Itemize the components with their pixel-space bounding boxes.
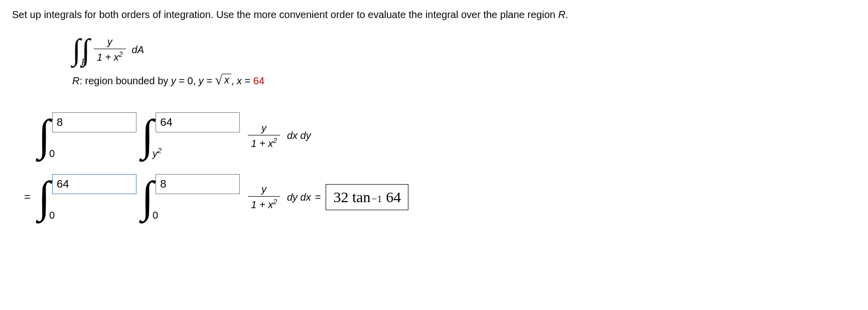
inner-integral-2: ∫ 0 [141,179,154,216]
differentials-2: dy dx [287,192,311,203]
outer-integral-2: ∫ 0 [38,179,50,216]
den-1: 1 + x2 [248,136,280,149]
num-2: y [258,184,269,195]
region-R: R [72,75,79,86]
integral-glyph-2: ∫ [141,111,154,160]
answer-area: ∫ 0 ∫ y2 y 1 + x2 dx dy = ∫ 0 [24,117,856,216]
fraction-numerator: y [104,36,115,48]
den2-sup: 2 [273,198,277,206]
inner-upper-input-2[interactable] [156,174,240,194]
double-integral-expression: ∫ R ∫ y 1 + x2 dA [72,35,856,65]
integral-order-dydx: = ∫ 0 ∫ 0 y 1 + x2 dy dx = 32 tan −1 64 [24,179,856,216]
den-var: x [114,52,119,63]
den1-pre: 1 + [251,137,268,148]
integrand-1: y 1 + x2 [248,122,280,149]
integrand-fraction: y 1 + x2 [94,36,126,63]
outer-low-1: 0 [49,148,55,160]
eq2-eq: = [204,75,215,86]
blank-lead [24,129,33,142]
eq3-rhs: 64 [253,75,264,86]
den1-sup: 2 [273,136,277,144]
bar-1 [248,135,280,135]
integral-glyph-4: ∫ [141,173,154,221]
sqrt-expression: √x [215,74,231,87]
sqrt-arg: x [222,74,231,86]
inner-integral-1: ∫ y2 [141,117,154,154]
fraction-bar [94,49,126,49]
inner-low-2: 0 [153,210,158,221]
differentials-1: dx dy [287,130,311,141]
den-sup: 2 [119,50,123,58]
inner-low-var: y [153,148,158,159]
inner-low-1: y2 [153,146,162,160]
result-box: 32 tan −1 64 [326,184,408,210]
equals-sign: = [24,191,33,204]
integrand-2: y 1 + x2 [248,184,280,211]
integral-definition: ∫ R ∫ y 1 + x2 dA R: region bounded by y… [72,35,856,87]
eq3-eq: = [242,75,253,86]
den-pre: 1 + [97,52,114,63]
den-2: 1 + x2 [248,198,280,211]
eq3-lhs: x [237,75,242,86]
result-equals: = [315,192,321,203]
integral-order-dxdy: ∫ 0 ∫ y2 y 1 + x2 dx dy [24,117,856,154]
result-coef: 32 tan [333,189,370,206]
fraction-denominator: 1 + x2 [94,50,126,63]
integral-symbol-2: ∫ [81,35,89,65]
result-exponent: −1 [372,194,382,205]
num-1: y [258,122,269,134]
prompt-period: . [565,9,568,20]
inner-upper-input-1[interactable] [156,112,240,132]
integral-glyph: ∫ [38,111,50,160]
eq2-lhs: y [199,75,204,86]
outer-upper-input-1[interactable] [52,112,136,132]
question-prompt: Set up integrals for both orders of inte… [12,9,856,21]
result-arg: 64 [386,189,401,206]
region-variable: R [558,9,565,20]
outer-low-2: 0 [49,210,55,221]
eq3-comma: , [231,75,237,86]
region-description: R: region bounded by y = 0, y = √x, x = … [72,74,856,87]
den2-pre: 1 + [251,199,268,210]
differential-dA: dA [132,44,144,56]
prompt-text: Set up integrals for both orders of inte… [12,9,558,20]
outer-integral-1: ∫ 0 [38,117,50,154]
eq1-rhs: = 0, [176,75,199,86]
den2-var: x [268,199,273,210]
integral-symbol: ∫ R [72,35,80,65]
integral-glyph-3: ∫ [38,173,50,221]
eq1-lhs: y [171,75,176,86]
region-mid: : region bounded by [79,75,171,86]
bar-2 [248,196,280,197]
den1-var: x [268,137,273,148]
inner-low-sup: 2 [158,146,162,154]
sqrt-symbol: √ [215,74,222,87]
outer-upper-input-2[interactable] [52,174,136,194]
